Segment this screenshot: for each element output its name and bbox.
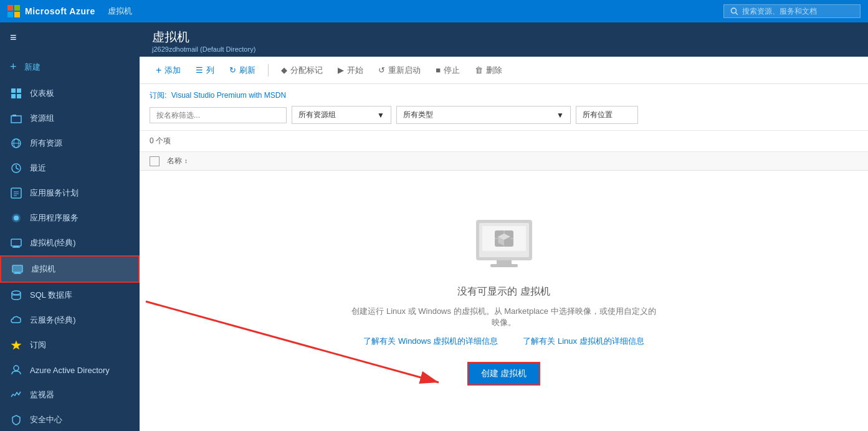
empty-title: 没有可显示的 虚拟机 (457, 285, 550, 298)
sidebar-dashboard-label: 仪表板 (30, 88, 54, 99)
sidebar-sql-label: SQL 数据库 (30, 290, 72, 301)
subscription-value: Visual Studio Premium with MSDN (171, 91, 287, 100)
delete-label: 删除 (486, 65, 502, 76)
subscription-icon (10, 339, 22, 351)
stop-icon: ■ (436, 65, 441, 75)
svg-rect-1 (14, 5, 20, 11)
empty-vm-illustration (473, 217, 535, 273)
start-icon: ▶ (338, 65, 344, 75)
sidebar-item-dashboard[interactable]: 仪表板 (0, 81, 140, 106)
sidebar-subscription-label: 订阅 (30, 339, 46, 351)
sidebar-vm-classic-label: 虚拟机(经典) (30, 237, 76, 249)
sidebar-monitor-label: 监视器 (30, 389, 54, 400)
top-bar: Microsoft Azure 虚拟机 (0, 0, 868, 22)
location-filter-label: 所有位置 (583, 110, 613, 120)
recent-icon (10, 162, 22, 174)
sidebar-item-sql[interactable]: SQL 数据库 (0, 283, 140, 308)
sidebar-item-app-service[interactable]: 应用程序服务 (0, 206, 140, 230)
svg-point-4 (731, 8, 736, 13)
sidebar-item-recent[interactable]: 最近 (0, 156, 140, 181)
svg-line-17 (16, 168, 19, 169)
search-input[interactable] (742, 7, 854, 16)
col-name: 名称 (167, 156, 182, 166)
main-content: 虚拟机 j2629zdhotmail (Default Directory) +… (140, 22, 868, 431)
item-count: 0 个项 (150, 136, 171, 145)
app-layout: ≡ + 新建 仪表板 (0, 0, 868, 431)
sidebar-item-vm-classic[interactable]: 虚拟机(经典) (0, 230, 140, 255)
page-title: 虚拟机 (152, 29, 856, 45)
stop-button[interactable]: ■ 停止 (429, 62, 466, 78)
sidebar-new-label: 新建 (24, 62, 41, 73)
name-filter-input[interactable] (150, 107, 287, 123)
resource-group-filter[interactable]: 所有资源组 ▼ (292, 106, 391, 124)
page-header: 虚拟机 j2629zdhotmail (Default Directory) (140, 22, 868, 57)
all-resources-icon (10, 137, 22, 149)
restart-icon: ↺ (378, 65, 385, 75)
empty-links: 了解有关 Windows 虚拟机的详细信息 了解有关 Linux 虚拟机的详细信… (363, 336, 644, 347)
resource-group-icon (10, 112, 22, 125)
svg-rect-11 (12, 115, 16, 116)
sidebar: ≡ + 新建 仪表板 (0, 22, 140, 431)
delete-icon: 🗑 (475, 65, 483, 75)
tag-label: 分配标记 (290, 65, 323, 76)
page-subtitle: j2629zdhotmail (Default Directory) (152, 45, 856, 53)
stop-label: 停止 (444, 65, 460, 76)
aad-icon (10, 364, 22, 376)
location-filter[interactable]: 所有位置 (576, 106, 638, 124)
svg-rect-8 (11, 94, 16, 98)
resource-group-filter-label: 所有资源组 (298, 110, 336, 120)
sidebar-item-azure-ad[interactable]: Azure Active Directory (0, 358, 140, 382)
sidebar-item-all-resources[interactable]: 所有资源 (0, 131, 140, 156)
linux-vm-link[interactable]: 了解有关 Linux 虚拟机的详细信息 (523, 336, 644, 347)
windows-vm-link[interactable]: 了解有关 Windows 虚拟机的详细信息 (363, 336, 498, 347)
list-label: 列 (206, 65, 214, 76)
sidebar-item-security[interactable]: 安全中心 (0, 407, 140, 431)
dashboard-svg (11, 88, 22, 99)
tag-button[interactable]: ◆ 分配标记 (275, 62, 329, 78)
app-service-plan-icon (10, 187, 22, 199)
svg-point-33 (14, 366, 19, 371)
sidebar-new-button[interactable]: + 新建 (0, 53, 140, 81)
svg-line-5 (736, 12, 738, 14)
sidebar-item-cloud-service[interactable]: 云服务(经典) (0, 308, 140, 333)
add-button[interactable]: + 添加 (150, 62, 187, 78)
refresh-label: 刷新 (239, 65, 255, 76)
svg-rect-2 (7, 12, 13, 17)
empty-description: 创建运行 Linux 或 Windows 的虚拟机。从 Marketplace … (348, 306, 660, 328)
create-vm-button[interactable]: 创建 虚拟机 (467, 362, 541, 386)
sidebar-item-monitor[interactable]: 监视器 (0, 382, 140, 407)
empty-state: 没有可显示的 虚拟机 创建运行 Linux 或 Windows 的虚拟机。从 M… (140, 171, 868, 431)
svg-rect-3 (14, 12, 20, 17)
restart-button[interactable]: ↺ 重新启动 (372, 62, 427, 78)
plus-icon: + (10, 60, 17, 73)
refresh-button[interactable]: ↻ 刷新 (223, 62, 262, 78)
vm-icon (11, 263, 24, 275)
brand-area: Microsoft Azure 虚拟机 (7, 5, 132, 17)
sidebar-all-resources-label: 所有资源 (30, 138, 62, 149)
start-button[interactable]: ▶ 开始 (331, 62, 370, 78)
count-bar: 0 个项 (140, 131, 868, 152)
type-filter[interactable]: 所有类型 ▼ (396, 106, 571, 124)
select-all-checkbox[interactable] (150, 156, 160, 166)
svg-point-31 (12, 291, 21, 295)
security-icon (10, 414, 22, 426)
sort-icon[interactable]: ↕ (184, 158, 188, 164)
hamburger-button[interactable]: ≡ (0, 22, 140, 53)
brand-label: Microsoft Azure (25, 6, 95, 16)
annotation-arrow (140, 171, 868, 431)
sidebar-app-service-label: 应用程序服务 (30, 212, 79, 224)
restart-label: 重新启动 (388, 65, 421, 76)
sidebar-cloud-service-label: 云服务(经典) (30, 315, 76, 326)
sidebar-item-vm[interactable]: 虚拟机 (0, 255, 140, 283)
delete-button[interactable]: 🗑 删除 (469, 62, 508, 78)
dashboard-icon (10, 87, 22, 100)
list-button[interactable]: ☰ 列 (189, 62, 221, 78)
sidebar-vm-label: 虚拟机 (31, 263, 55, 275)
search-box[interactable] (723, 4, 861, 18)
ms-logo-icon (7, 5, 20, 17)
sidebar-recent-label: 最近 (30, 163, 46, 174)
sidebar-item-resource-group[interactable]: 资源组 (0, 106, 140, 131)
sidebar-item-app-service-plan[interactable]: 应用服务计划 (0, 181, 140, 206)
sidebar-item-subscription[interactable]: 订阅 (0, 333, 140, 358)
sidebar-azure-ad-label: Azure Active Directory (30, 366, 110, 375)
